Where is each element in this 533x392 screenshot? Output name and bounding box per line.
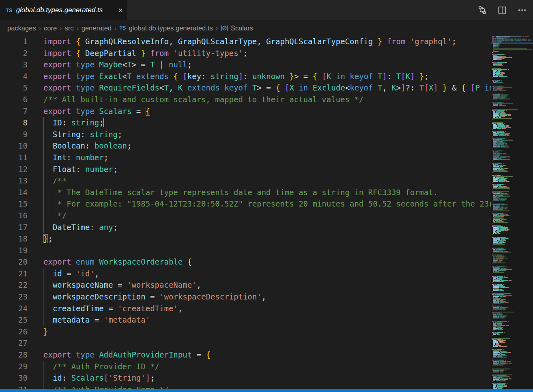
code-line-30[interactable]: 30 id: Scalars['String']; bbox=[0, 372, 491, 384]
code-text: id = 'id', bbox=[43, 268, 99, 280]
code-text: import { DeepPartial } from 'utility-typ… bbox=[43, 47, 247, 59]
code-token bbox=[131, 72, 136, 81]
code-line-21[interactable]: 21 id = 'id', bbox=[0, 268, 491, 280]
code-token: ] bbox=[401, 83, 405, 92]
split-editor-button[interactable] bbox=[498, 6, 507, 15]
code-line-3[interactable]: 3export type Maybe<T> = T | null; bbox=[0, 59, 491, 71]
code-token: : bbox=[81, 130, 90, 139]
code-line-18[interactable]: 18}; bbox=[0, 233, 491, 245]
code-line-29[interactable]: 29 /** Auth Provider ID */ bbox=[0, 361, 491, 373]
code-text: /** Auth Provider Name */ bbox=[43, 384, 169, 389]
code-token bbox=[438, 83, 443, 92]
code-token: T bbox=[252, 83, 257, 92]
code-line-28[interactable]: 28export type AddAuthProviderInput = { bbox=[0, 349, 491, 361]
code-token: : bbox=[387, 72, 396, 81]
code-token: < bbox=[123, 72, 127, 81]
code-token: Exact bbox=[99, 72, 122, 81]
code-token: WorkspaceOrderable bbox=[99, 257, 183, 266]
code-line-6[interactable]: 6/** All built-in and custom scalars, ma… bbox=[0, 94, 491, 106]
code-token bbox=[71, 49, 76, 58]
code-token: number bbox=[85, 165, 113, 174]
code-token: metadata bbox=[53, 315, 90, 324]
code-token: , bbox=[197, 280, 201, 289]
line-number: 27 bbox=[0, 337, 28, 349]
breadcrumb-item-src[interactable]: src bbox=[64, 24, 73, 32]
code-line-24[interactable]: 24 createdTime = 'createdTime', bbox=[0, 303, 491, 314]
code-token: GraphQLScalarType bbox=[178, 37, 257, 46]
code-text: export type Scalars = { bbox=[43, 106, 150, 117]
code-line-23[interactable]: 23 workspaceDescription = 'workspaceDesc… bbox=[0, 291, 491, 303]
code-line-20[interactable]: 20export enum WorkspaceOrderable { bbox=[0, 256, 491, 268]
code-text: export type AddAuthProviderInput = { bbox=[43, 349, 211, 361]
breadcrumb-item-generated[interactable]: generated bbox=[82, 24, 112, 32]
code-line-9[interactable]: 9 String: string; bbox=[0, 129, 491, 140]
code-token bbox=[146, 49, 150, 58]
code-token: { bbox=[146, 107, 150, 116]
code-line-5[interactable]: 5export type RequireFields<T, K extends … bbox=[0, 82, 491, 94]
code-line-16[interactable]: 16 */ bbox=[0, 210, 491, 222]
code-line-14[interactable]: 14 * The DateTime scalar type represents… bbox=[0, 187, 491, 198]
code-token: [ bbox=[322, 72, 327, 81]
more-actions-button[interactable] bbox=[518, 6, 527, 15]
code-line-17[interactable]: 17 DateTime: any; bbox=[0, 222, 491, 233]
code-token: [ bbox=[183, 72, 187, 81]
ellipsis-icon bbox=[518, 6, 527, 15]
code-token: ] bbox=[146, 373, 150, 382]
typescript-file-icon: TS bbox=[6, 7, 13, 13]
code-line-13[interactable]: 13 /** bbox=[0, 175, 491, 187]
code-line-31[interactable]: 31 /** Auth Provider Name */ bbox=[0, 384, 491, 389]
code-token: ] bbox=[382, 72, 387, 81]
minimap-canvas[interactable] bbox=[491, 36, 533, 389]
code-line-22[interactable]: 22 workspaceName = 'workspaceName', bbox=[0, 279, 491, 291]
code-token: * The DateTime scalar type represents da… bbox=[57, 188, 438, 197]
code-line-26[interactable]: 26} bbox=[0, 326, 491, 338]
code-token: ?: bbox=[406, 83, 419, 92]
code-token: /** All built-in and custom scalars, map… bbox=[43, 95, 363, 104]
code-editor[interactable]: 1import { GraphQLResolveInfo, GraphQLSca… bbox=[0, 36, 491, 389]
code-token: type bbox=[76, 60, 95, 69]
breadcrumb-item-packages[interactable]: packages bbox=[7, 24, 36, 32]
code-token: T bbox=[378, 72, 382, 81]
code-line-10[interactable]: 10 Boolean: boolean; bbox=[0, 140, 491, 152]
code-line-12[interactable]: 12 Float: number; bbox=[0, 164, 491, 175]
code-line-7[interactable]: 7export type Scalars = { bbox=[0, 106, 491, 117]
line-number: 4 bbox=[0, 71, 28, 82]
code-text: export type Maybe<T> = T | null; bbox=[43, 59, 192, 71]
code-token bbox=[415, 72, 419, 81]
symbol-type-icon: [⊘] bbox=[221, 24, 228, 32]
code-line-11[interactable]: 11 Int: number; bbox=[0, 152, 491, 164]
code-line-2[interactable]: 2import { DeepPartial } from 'utility-ty… bbox=[0, 47, 491, 59]
code-token: ; bbox=[113, 165, 118, 174]
code-line-1[interactable]: 1import { GraphQLResolveInfo, GraphQLSca… bbox=[0, 36, 491, 47]
code-token: enum bbox=[76, 257, 95, 266]
code-token: export bbox=[43, 257, 71, 266]
breadcrumb-item-file[interactable]: global.db.types.generated.ts bbox=[129, 24, 213, 32]
code-token: } bbox=[141, 49, 145, 58]
code-token: GraphQLScalarTypeConfig bbox=[266, 37, 373, 46]
code-token: AddAuthProviderInput bbox=[99, 350, 192, 359]
code-line-27[interactable]: 27 bbox=[0, 337, 491, 349]
breadcrumb-item-core[interactable]: core bbox=[44, 24, 57, 32]
code-token: T bbox=[127, 72, 131, 81]
code-token bbox=[480, 83, 484, 92]
breadcrumb-item-symbol[interactable]: Scalars bbox=[231, 24, 253, 32]
code-token: ; bbox=[452, 37, 456, 46]
code-line-19[interactable]: 19 bbox=[0, 245, 491, 256]
code-line-15[interactable]: 15 * For example: "1985-04-12T23:20:50.5… bbox=[0, 198, 491, 210]
open-changes-button[interactable] bbox=[478, 6, 487, 15]
code-line-4[interactable]: 4export type Exact<T extends { [key: str… bbox=[0, 71, 491, 82]
code-text: * For example: "1985-04-12T23:20:50.52Z"… bbox=[43, 198, 491, 210]
code-token bbox=[43, 269, 53, 278]
code-token: /** bbox=[53, 176, 67, 185]
status-bar bbox=[0, 389, 533, 392]
tab-global-db-types-generated[interactable]: TS global.db.types.generated.ts × bbox=[0, 0, 127, 20]
code-line-25[interactable]: 25 metadata = 'metadata' bbox=[0, 314, 491, 326]
close-icon[interactable]: × bbox=[118, 6, 123, 14]
line-number: 5 bbox=[0, 82, 28, 94]
code-token: null bbox=[169, 60, 187, 69]
tab-bar: TS global.db.types.generated.ts × bbox=[0, 0, 533, 20]
code-token: 'metadata' bbox=[104, 315, 150, 324]
minimap[interactable] bbox=[491, 36, 533, 389]
code-line-8[interactable]: 8 ID: string; bbox=[0, 117, 491, 129]
code-token: , bbox=[262, 292, 266, 301]
